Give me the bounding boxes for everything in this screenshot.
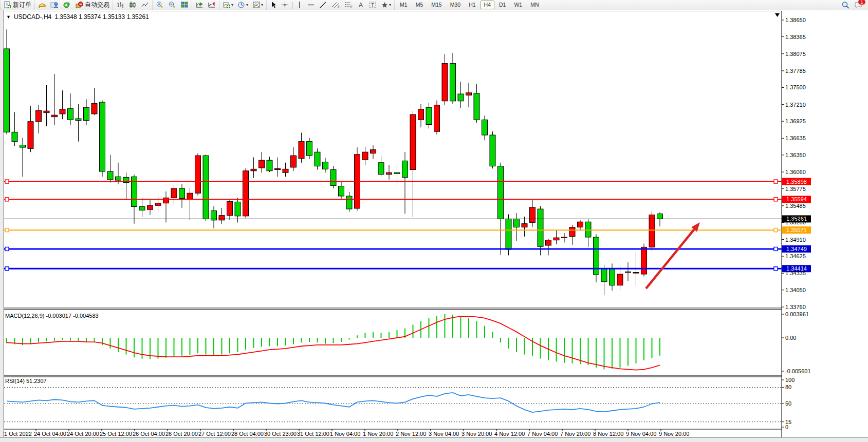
- rsi-level-lines: [4, 387, 782, 421]
- svg-text:E: E: [338, 5, 340, 9]
- candlestick: [466, 93, 472, 95]
- equidistant-channel-icon: E: [331, 1, 340, 9]
- timeframe-toolbar: M1M5M15M30H1H4D1W1MN: [394, 0, 544, 10]
- horizontal-line-1.34749[interactable]: [4, 247, 782, 251]
- new-chart-button[interactable]: [36, 0, 48, 10]
- candlestick: [625, 272, 631, 273]
- toolbar-group-chart-type: [113, 0, 152, 10]
- autotrading-icon: [75, 1, 83, 9]
- horizontal-line-1.35071[interactable]: [4, 228, 782, 232]
- zoom-out-button[interactable]: [167, 0, 178, 10]
- crosshair-icon: [281, 1, 289, 9]
- text-icon: A: [357, 1, 364, 9]
- candlestick: [410, 114, 416, 169]
- candlestick: [187, 193, 193, 199]
- candlestick-chart-button[interactable]: [127, 0, 138, 10]
- timeframe-d1-button[interactable]: D1: [495, 1, 509, 9]
- search-icon: [841, 1, 850, 9]
- time-axis[interactable]: 21 Oct 202224 Oct 04:0024 Oct 20:0025 Oc…: [1, 429, 689, 437]
- autotrading-label: 自动交易: [85, 1, 109, 9]
- cursor-icon: [270, 1, 277, 9]
- timeframe-m30-button[interactable]: M30: [447, 1, 464, 9]
- toolbar-group-insert: ▾ ▾ ▾: [219, 0, 266, 10]
- svg-text:21 Oct 2022: 21 Oct 2022: [1, 431, 32, 437]
- navigator-button[interactable]: [49, 0, 60, 10]
- auto-scroll-button[interactable]: [194, 0, 205, 10]
- periods-caret-icon: ▾: [246, 3, 248, 7]
- notifications-button[interactable]: 1: [853, 0, 864, 10]
- search-button[interactable]: [840, 0, 852, 10]
- equidistant-channel-button[interactable]: E: [330, 0, 342, 10]
- svg-text:7 Nov 04:00: 7 Nov 04:00: [527, 431, 558, 437]
- arrows-caret-icon: ▾: [389, 3, 391, 7]
- svg-text:1.35594: 1.35594: [786, 196, 807, 202]
- svg-text:80: 80: [785, 384, 791, 390]
- horizontal-line-1.35594[interactable]: [4, 198, 782, 201]
- fibonacci-button[interactable]: F: [343, 0, 355, 10]
- timeframe-m1-button[interactable]: M1: [396, 1, 411, 9]
- bar-chart-button[interactable]: [115, 0, 126, 10]
- periods-button[interactable]: ▾: [236, 0, 250, 10]
- svg-text:1.35485: 1.35485: [785, 203, 806, 209]
- text-button[interactable]: A: [356, 0, 366, 10]
- horizontal-line-1.34414[interactable]: [4, 267, 782, 271]
- timeframe-m5-button[interactable]: M5: [412, 1, 427, 9]
- cursor-button[interactable]: [268, 0, 279, 10]
- crosshair-button[interactable]: [280, 0, 290, 10]
- candlestick: [52, 115, 58, 117]
- candlestick: [378, 163, 384, 175]
- candlestick: [442, 64, 448, 101]
- svg-text:1.34625: 1.34625: [785, 253, 806, 259]
- scroll-end-marker-icon[interactable]: [775, 13, 780, 17]
- new-order-label: 新订单: [13, 1, 31, 9]
- toolbar-group-zoom: [152, 0, 192, 10]
- timeframe-m15-button[interactable]: M15: [428, 1, 445, 9]
- candlestick: [553, 238, 559, 240]
- expand-ohlc-icon[interactable]: ▼: [6, 15, 11, 20]
- svg-text:1.36635: 1.36635: [785, 135, 806, 141]
- candlestick: [259, 160, 265, 168]
- candlestick: [139, 207, 145, 210]
- toolbar-separator: [292, 2, 293, 9]
- svg-text:24 Oct 04:00: 24 Oct 04:00: [34, 431, 66, 437]
- arrows-button[interactable]: ▾: [379, 0, 393, 10]
- macd-axis: 0.0039610.00-0.005601: [782, 311, 811, 374]
- autotrading-button[interactable]: 自动交易: [73, 0, 111, 10]
- timeframe-mn-button[interactable]: MN: [527, 1, 542, 9]
- svg-text:1.37210: 1.37210: [785, 102, 806, 108]
- templates-caret-icon: ▾: [261, 3, 263, 7]
- text-label-button[interactable]: T: [367, 0, 378, 10]
- zoom-in-icon: [156, 1, 164, 9]
- toolbar-group-scroll: [192, 0, 219, 10]
- candlestick: [28, 122, 33, 149]
- svg-text:1.36925: 1.36925: [785, 118, 806, 124]
- timeframe-w1-button[interactable]: W1: [510, 1, 526, 9]
- svg-text:T: T: [371, 3, 374, 8]
- ohlc-values: 1.35348 1.35374 1.35133 1.35261: [54, 13, 149, 21]
- vertical-line-button[interactable]: [295, 0, 304, 10]
- zoom-in-button[interactable]: [154, 0, 165, 10]
- timeframe-h4-button[interactable]: H4: [481, 1, 494, 9]
- line-chart-icon: [141, 1, 149, 9]
- chart-shift-icon: [208, 1, 216, 9]
- templates-icon: [252, 1, 261, 9]
- chart-shift-button[interactable]: [206, 0, 217, 10]
- timeframe-h1-button[interactable]: H1: [465, 1, 479, 9]
- tile-windows-button[interactable]: [179, 0, 190, 10]
- new-order-icon: [4, 1, 11, 9]
- horizontal-line-button[interactable]: [305, 0, 317, 10]
- line-chart-button[interactable]: [139, 0, 151, 10]
- indicators-button[interactable]: ▾: [221, 0, 235, 10]
- svg-text:28 Oct 04:00: 28 Oct 04:00: [231, 431, 264, 437]
- svg-text:9 Nov 04:00: 9 Nov 04:00: [626, 431, 656, 437]
- indicators-icon: [223, 1, 231, 9]
- trendline-button[interactable]: [318, 0, 329, 10]
- candlestick: [402, 161, 408, 177]
- new-order-button[interactable]: 新订单: [2, 0, 33, 10]
- signals-button[interactable]: [61, 0, 72, 10]
- svg-text:2 Nov 12:00: 2 Nov 12:00: [396, 431, 426, 437]
- templates-button[interactable]: ▾: [251, 0, 265, 10]
- symbol-period-label: USDCAD-,H4: [14, 13, 51, 21]
- candlestick: [434, 105, 440, 131]
- svg-text:0.00: 0.00: [785, 335, 796, 341]
